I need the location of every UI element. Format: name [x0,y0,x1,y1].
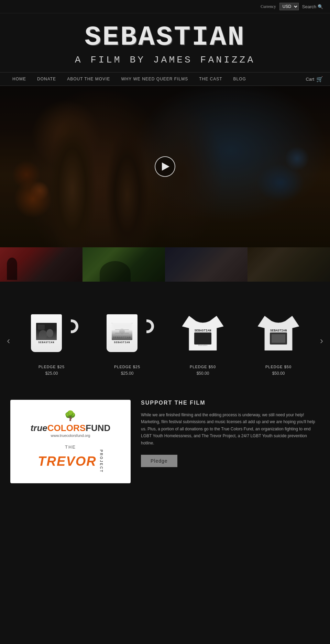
product-pledge-25-mug2[interactable]: SEBASTIAN SEBASTIAN PLEDGE $25 $25.00 [93,306,162,376]
mug-illustration-1 [36,323,57,340]
product-name-4: PLEDGE $50 [244,365,313,369]
product-image-tshirt-w: SEBASTIAN illustration [175,306,230,361]
mug-illustration-2: SEBASTIAN [112,323,132,340]
nav-home[interactable]: HOME [7,72,32,86]
trevor-row: TREVOR PROJECT [38,450,103,473]
svg-text:SEBASTIAN: SEBASTIAN [270,329,287,332]
tshirt-svg-black: SEBASTIAN [254,309,302,357]
search-button[interactable]: Search 🔍 [302,4,323,9]
nav-cast[interactable]: THE CAST [194,72,228,86]
fund-part: FUND [86,423,110,433]
nav-donate[interactable]: DONATE [32,72,62,86]
tree-icon: 🌳 [31,410,111,421]
search-label: Search [302,4,316,9]
trevor-logo: THE TREVOR PROJECT [38,444,103,473]
mug-text-1: SEBASTIAN [38,341,55,344]
product-name-1: PLEDGE $25 [17,365,86,369]
product-image-mug1: SEBASTIAN [24,306,79,361]
svg-text:SEBASTIAN: SEBASTIAN [113,336,131,339]
true-colors-text: trueCOLORSFUND [31,423,111,433]
true-colors-website: www.truecolorsfund.org [31,433,111,438]
currency-select[interactable]: USD EUR GBP [279,3,299,10]
svg-point-2 [46,329,53,337]
carousel-prev-button[interactable]: ‹ [3,332,13,350]
support-content: SUPPORT THE FILM While we are finished f… [141,400,320,467]
thumbnail-1[interactable] [0,247,82,282]
svg-text:SEBASTIAN: SEBASTIAN [195,329,211,332]
colors-part: COLORS [47,423,86,433]
nav-links: HOME DONATE ABOUT THE MOVIE WHY WE NEED … [7,72,306,86]
play-button[interactable] [155,156,175,177]
svg-rect-15 [272,334,285,343]
trevor-main: TREVOR [38,455,96,468]
support-title: SUPPORT THE FILM [141,400,320,406]
mug-shape-2: SEBASTIAN SEBASTIAN [107,311,148,355]
product-name-3: PLEDGE $50 [168,365,237,369]
svg-rect-11 [194,332,211,344]
svg-rect-5 [113,325,131,338]
cart-area[interactable]: Cart 🛒 [306,76,323,82]
products-section: ‹ [0,299,330,386]
play-icon [162,162,169,171]
pledge-button[interactable]: Pledge [141,455,177,467]
support-section: 🌳 trueCOLORSFUND www.truecolorsfund.org … [0,386,330,497]
cart-icon: 🛒 [316,76,323,82]
mug-handle-1 [71,319,78,333]
tshirt-wrap-black: SEBASTIAN [253,307,304,359]
true-colors-logo: 🌳 trueCOLORSFUND www.truecolorsfund.org [31,410,111,438]
product-name-2: PLEDGE $25 [93,365,162,369]
cart-label: Cart [306,77,314,82]
product-price-3: $50.00 [168,371,237,376]
product-price-2: $25.00 [93,371,162,376]
carousel-wrapper: ‹ [0,306,330,376]
mug-text-2: SEBASTIAN [114,341,130,344]
products-gap [0,282,330,299]
support-body: While we are finished filming and the ed… [141,411,320,447]
tshirt-wrap-white: SEBASTIAN illustration [177,307,229,359]
trevor-project-label: PROJECT [99,450,103,473]
site-subtitle: A FILM BY JAMES FANIZZA [7,55,323,65]
product-image-tshirt-b: SEBASTIAN [251,306,306,361]
mug-handle-2 [146,319,154,333]
product-pledge-25-mug[interactable]: SEBASTIAN PLEDGE $25 $25.00 [17,306,86,376]
svg-point-1 [39,330,47,340]
thumbnail-4[interactable] [248,247,330,282]
video-section[interactable] [0,86,330,247]
tshirt-svg-white: SEBASTIAN illustration [179,309,227,357]
trevor-the: THE [38,444,103,450]
mug-content-2: SEBASTIAN SEBASTIAN [107,314,138,352]
nav-queer[interactable]: WHY WE NEED QUEER FILMS [116,72,194,86]
svg-text:illustration: illustration [198,344,207,346]
nav-blog[interactable]: BLOG [228,72,252,86]
mug-shape-1: SEBASTIAN [31,311,72,355]
navigation: HOME DONATE ABOUT THE MOVIE WHY WE NEED … [0,72,330,86]
mug-body-2: SEBASTIAN SEBASTIAN [107,314,138,352]
search-icon: 🔍 [318,4,323,9]
thumbnail-3[interactable] [165,247,248,282]
thumbnails-row [0,247,330,282]
true-part: true [31,423,47,433]
site-header: SEBASTIAN A FILM BY JAMES FANIZZA [0,13,330,72]
product-pledge-50-white[interactable]: SEBASTIAN illustration PLEDGE $50 $50.00 [168,306,237,376]
products-grid: SEBASTIAN PLEDGE $25 $25.00 [13,306,316,376]
top-bar: Currency USD EUR GBP Search 🔍 [0,0,330,13]
currency-label: Currency [261,4,276,9]
nav-about[interactable]: ABOUT THE MOVIE [62,72,116,86]
product-pledge-50-black[interactable]: SEBASTIAN PLEDGE $50 $50.00 [244,306,313,376]
support-logos: 🌳 trueCOLORSFUND www.truecolorsfund.org … [10,400,131,483]
site-title: SEBASTIAN [7,24,323,51]
mug-body-1: SEBASTIAN [31,314,62,352]
svg-rect-3 [38,325,45,330]
product-image-mug2: SEBASTIAN SEBASTIAN [100,306,155,361]
carousel-next-button[interactable]: › [317,332,327,350]
product-price-4: $50.00 [244,371,313,376]
thumbnail-2[interactable] [82,247,165,282]
mug-content-1: SEBASTIAN [31,314,62,352]
svg-point-8 [119,329,125,334]
product-price-1: $25.00 [17,371,86,376]
